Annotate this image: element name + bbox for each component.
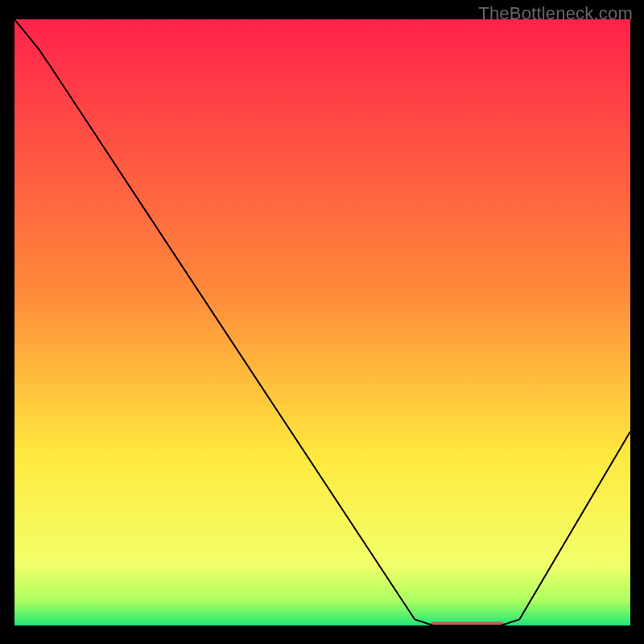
chart-container: TheBottleneck.com [0, 0, 644, 644]
plot-area [14, 19, 630, 625]
chart-svg [14, 19, 630, 625]
gradient-background [14, 19, 630, 625]
